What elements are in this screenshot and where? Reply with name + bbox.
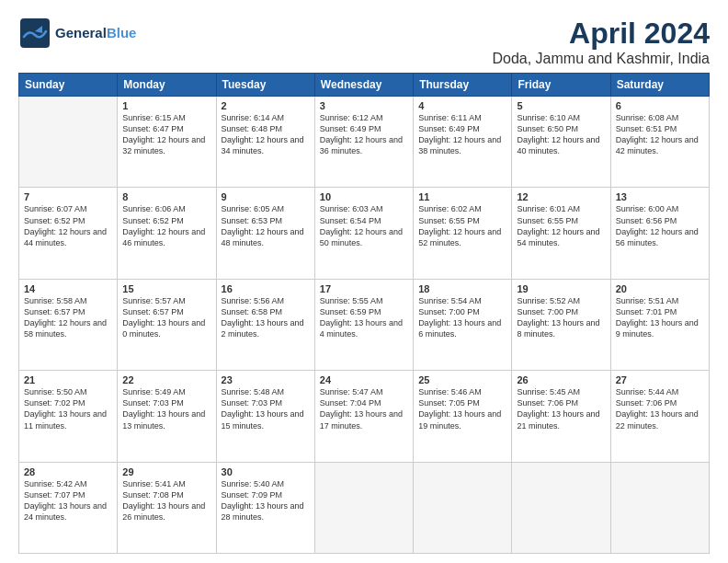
subtitle: Doda, Jammu and Kashmir, India [492, 51, 710, 67]
day-info: Sunrise: 5:46 AMSunset: 7:05 PMDaylight:… [418, 386, 506, 431]
day-info: Sunrise: 6:11 AMSunset: 6:49 PMDaylight:… [418, 112, 506, 157]
calendar-cell [19, 97, 118, 188]
page-container: GeneralBlue April 2024 Doda, Jammu and K… [0, 0, 728, 563]
day-number: 16 [222, 283, 310, 294]
main-title: April 2024 [492, 17, 710, 51]
header: GeneralBlue April 2024 Doda, Jammu and K… [18, 17, 710, 67]
day-info: Sunrise: 5:45 AMSunset: 7:06 PMDaylight:… [517, 386, 605, 431]
day-number: 3 [320, 100, 408, 111]
calendar-cell: 15Sunrise: 5:57 AMSunset: 6:57 PMDayligh… [118, 279, 216, 370]
day-info: Sunrise: 6:01 AMSunset: 6:55 PMDaylight:… [517, 203, 605, 248]
title-block: April 2024 Doda, Jammu and Kashmir, Indi… [492, 17, 710, 67]
day-number: 18 [418, 283, 506, 294]
day-number: 12 [517, 191, 605, 202]
col-sunday: Sunday [19, 74, 118, 97]
calendar-cell: 20Sunrise: 5:51 AMSunset: 7:01 PMDayligh… [610, 279, 709, 370]
day-info: Sunrise: 5:49 AMSunset: 7:03 PMDaylight:… [122, 386, 210, 431]
calendar-week-2: 7Sunrise: 6:07 AMSunset: 6:52 PMDaylight… [19, 188, 710, 279]
calendar-cell: 27Sunrise: 5:44 AMSunset: 7:06 PMDayligh… [610, 371, 709, 462]
day-number: 15 [122, 283, 210, 294]
day-info: Sunrise: 5:52 AMSunset: 7:00 PMDaylight:… [517, 295, 605, 340]
day-number: 17 [320, 283, 408, 294]
day-info: Sunrise: 5:42 AMSunset: 7:07 PMDaylight:… [24, 478, 112, 523]
calendar-cell: 29Sunrise: 5:41 AMSunset: 7:08 PMDayligh… [118, 462, 216, 553]
calendar-cell: 30Sunrise: 5:40 AMSunset: 7:09 PMDayligh… [216, 462, 314, 553]
calendar-cell: 18Sunrise: 5:54 AMSunset: 7:00 PMDayligh… [414, 279, 512, 370]
calendar-cell: 5Sunrise: 6:10 AMSunset: 6:50 PMDaylight… [512, 97, 610, 188]
day-info: Sunrise: 6:12 AMSunset: 6:49 PMDaylight:… [320, 112, 408, 157]
calendar-cell: 6Sunrise: 6:08 AMSunset: 6:51 PMDaylight… [610, 97, 709, 188]
day-info: Sunrise: 5:47 AMSunset: 7:04 PMDaylight:… [320, 386, 408, 431]
calendar-cell: 4Sunrise: 6:11 AMSunset: 6:49 PMDaylight… [414, 97, 512, 188]
day-number: 13 [616, 191, 704, 202]
calendar-header-row: Sunday Monday Tuesday Wednesday Thursday… [19, 74, 710, 97]
day-info: Sunrise: 5:41 AMSunset: 7:08 PMDaylight:… [122, 478, 210, 523]
calendar-cell [512, 462, 610, 553]
day-info: Sunrise: 6:10 AMSunset: 6:50 PMDaylight:… [517, 112, 605, 157]
day-info: Sunrise: 6:02 AMSunset: 6:55 PMDaylight:… [418, 203, 506, 248]
day-number: 26 [517, 374, 605, 385]
day-number: 19 [517, 283, 605, 294]
day-number: 1 [122, 100, 210, 111]
day-number: 11 [418, 191, 506, 202]
calendar-cell: 22Sunrise: 5:49 AMSunset: 7:03 PMDayligh… [118, 371, 216, 462]
day-number: 20 [616, 283, 704, 294]
calendar-cell [314, 462, 413, 553]
calendar-cell: 9Sunrise: 6:05 AMSunset: 6:53 PMDaylight… [216, 188, 314, 279]
col-wednesday: Wednesday [314, 74, 413, 97]
calendar-week-3: 14Sunrise: 5:58 AMSunset: 6:57 PMDayligh… [19, 279, 710, 370]
calendar-cell [610, 462, 709, 553]
day-number: 25 [418, 374, 506, 385]
day-number: 29 [122, 466, 210, 477]
day-info: Sunrise: 5:55 AMSunset: 6:59 PMDaylight:… [320, 295, 408, 340]
day-info: Sunrise: 6:05 AMSunset: 6:53 PMDaylight:… [222, 203, 310, 248]
calendar-cell: 1Sunrise: 6:15 AMSunset: 6:47 PMDaylight… [118, 97, 216, 188]
day-info: Sunrise: 6:06 AMSunset: 6:52 PMDaylight:… [122, 203, 210, 248]
logo: GeneralBlue [18, 17, 136, 50]
day-info: Sunrise: 5:51 AMSunset: 7:01 PMDaylight:… [616, 295, 704, 340]
day-number: 23 [222, 374, 310, 385]
day-info: Sunrise: 5:56 AMSunset: 6:58 PMDaylight:… [222, 295, 310, 340]
calendar-week-1: 1Sunrise: 6:15 AMSunset: 6:47 PMDaylight… [19, 97, 710, 188]
calendar-cell: 14Sunrise: 5:58 AMSunset: 6:57 PMDayligh… [19, 279, 118, 370]
day-number: 22 [122, 374, 210, 385]
calendar-cell: 13Sunrise: 6:00 AMSunset: 6:56 PMDayligh… [610, 188, 709, 279]
calendar-cell: 23Sunrise: 5:48 AMSunset: 7:03 PMDayligh… [216, 371, 314, 462]
day-info: Sunrise: 6:00 AMSunset: 6:56 PMDaylight:… [616, 203, 704, 248]
calendar-cell: 28Sunrise: 5:42 AMSunset: 7:07 PMDayligh… [19, 462, 118, 553]
col-thursday: Thursday [414, 74, 512, 97]
calendar-cell: 25Sunrise: 5:46 AMSunset: 7:05 PMDayligh… [414, 371, 512, 462]
calendar-cell: 26Sunrise: 5:45 AMSunset: 7:06 PMDayligh… [512, 371, 610, 462]
day-number: 14 [24, 283, 112, 294]
col-saturday: Saturday [610, 74, 709, 97]
col-monday: Monday [118, 74, 216, 97]
day-info: Sunrise: 5:50 AMSunset: 7:02 PMDaylight:… [24, 386, 112, 431]
day-info: Sunrise: 6:08 AMSunset: 6:51 PMDaylight:… [616, 112, 704, 157]
day-number: 10 [320, 191, 408, 202]
day-info: Sunrise: 5:48 AMSunset: 7:03 PMDaylight:… [222, 386, 310, 431]
day-info: Sunrise: 5:40 AMSunset: 7:09 PMDaylight:… [222, 478, 310, 523]
calendar-cell: 7Sunrise: 6:07 AMSunset: 6:52 PMDaylight… [19, 188, 118, 279]
day-number: 8 [122, 191, 210, 202]
day-info: Sunrise: 5:57 AMSunset: 6:57 PMDaylight:… [122, 295, 210, 340]
day-number: 4 [418, 100, 506, 111]
day-info: Sunrise: 5:44 AMSunset: 7:06 PMDaylight:… [616, 386, 704, 431]
calendar-week-4: 21Sunrise: 5:50 AMSunset: 7:02 PMDayligh… [19, 371, 710, 462]
day-number: 27 [616, 374, 704, 385]
calendar-cell [414, 462, 512, 553]
calendar-cell: 11Sunrise: 6:02 AMSunset: 6:55 PMDayligh… [414, 188, 512, 279]
day-info: Sunrise: 6:07 AMSunset: 6:52 PMDaylight:… [24, 203, 112, 248]
day-number: 30 [222, 466, 310, 477]
day-info: Sunrise: 6:03 AMSunset: 6:54 PMDaylight:… [320, 203, 408, 248]
calendar-cell: 19Sunrise: 5:52 AMSunset: 7:00 PMDayligh… [512, 279, 610, 370]
day-info: Sunrise: 6:15 AMSunset: 6:47 PMDaylight:… [122, 112, 210, 157]
day-number: 24 [320, 374, 408, 385]
calendar-cell: 10Sunrise: 6:03 AMSunset: 6:54 PMDayligh… [314, 188, 413, 279]
day-info: Sunrise: 5:54 AMSunset: 7:00 PMDaylight:… [418, 295, 506, 340]
calendar-cell: 2Sunrise: 6:14 AMSunset: 6:48 PMDaylight… [216, 97, 314, 188]
day-number: 6 [616, 100, 704, 111]
day-number: 28 [24, 466, 112, 477]
calendar-table: Sunday Monday Tuesday Wednesday Thursday… [18, 73, 710, 554]
calendar-cell: 3Sunrise: 6:12 AMSunset: 6:49 PMDaylight… [314, 97, 413, 188]
calendar-cell: 24Sunrise: 5:47 AMSunset: 7:04 PMDayligh… [314, 371, 413, 462]
